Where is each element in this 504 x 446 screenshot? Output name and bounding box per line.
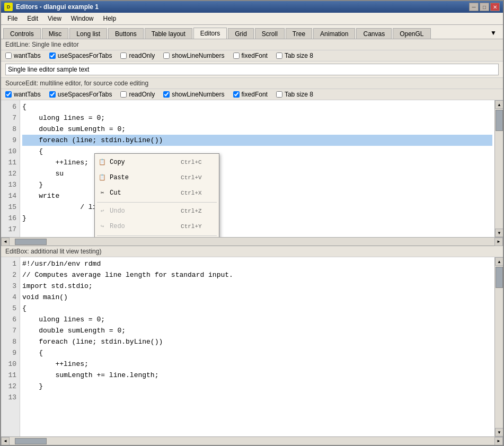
- checkbox-usespacesfortabs-editline-input[interactable]: [49, 53, 56, 59]
- single-line-editor-input[interactable]: [5, 64, 499, 75]
- bottom-hscroll-left[interactable]: ◄: [1, 437, 10, 445]
- line-num-6: 6: [4, 101, 16, 112]
- bottom-editor-vscrollbar[interactable]: ▲ ▼: [494, 257, 503, 436]
- top-hscroll-track[interactable]: [10, 238, 494, 246]
- bln-7: 7: [4, 325, 16, 336]
- menu-edit[interactable]: Edit: [23, 14, 42, 23]
- top-code-content[interactable]: { ulong lines = 0; double sumLength = 0;…: [20, 100, 494, 237]
- tab-misc[interactable]: Misc: [42, 28, 69, 39]
- ctx-redo[interactable]: ↪ Redo Ctrl+Y: [95, 219, 219, 234]
- bottom-hscroll-track[interactable]: [10, 438, 494, 445]
- tab-editors[interactable]: Editors: [193, 28, 227, 39]
- window-title: Editors - dlangui example 1: [16, 3, 99, 11]
- checkbox-wanttabs-source-input[interactable]: [5, 91, 12, 98]
- checkbox-wanttabs-editline-input[interactable]: [5, 53, 12, 59]
- bottom-vscroll-down[interactable]: ▼: [495, 428, 503, 436]
- top-hscroll-right[interactable]: ►: [494, 238, 503, 246]
- menu-window[interactable]: Window: [67, 14, 98, 23]
- ctx-undo[interactable]: ↩ Undo Ctrl+Z: [95, 204, 219, 219]
- line-num-7: 7: [4, 112, 16, 124]
- checkbox-readonly-editline[interactable]: readOnly: [120, 52, 155, 59]
- tab-buttons[interactable]: Buttons: [108, 28, 144, 39]
- bcode-8: double sumLength = 0;: [22, 325, 492, 336]
- tab-tree[interactable]: Tree: [286, 28, 312, 39]
- menu-bar: File Edit View Window Help: [1, 13, 503, 25]
- top-vscroll-up[interactable]: ▲: [495, 100, 503, 109]
- maximize-button[interactable]: □: [480, 3, 489, 11]
- checkbox-usespacesfortabs-source-input[interactable]: [49, 91, 56, 98]
- tab-tablelayout[interactable]: Table layout: [145, 28, 192, 39]
- ctx-undo-shortcut: Ctrl+Z: [181, 206, 202, 217]
- tab-animation[interactable]: Animation: [313, 28, 355, 39]
- paste-icon: 📋: [98, 174, 107, 182]
- checkbox-readonly-source-input[interactable]: [120, 91, 127, 98]
- bottom-vscroll-thumb[interactable]: [496, 267, 503, 288]
- checkbox-readonly-source[interactable]: readOnly: [120, 91, 155, 98]
- checkbox-fixedfont-editline-input[interactable]: [233, 53, 240, 59]
- menu-file[interactable]: File: [3, 14, 22, 23]
- checkbox-fixedfont-source-input[interactable]: [233, 91, 240, 98]
- bln-3: 3: [4, 281, 16, 292]
- checkbox-tabsize-editline-input[interactable]: [276, 53, 282, 59]
- tab-controls[interactable]: Controls: [3, 28, 41, 39]
- checkbox-wanttabs-source[interactable]: wantTabs: [5, 91, 41, 98]
- top-hscroll-left[interactable]: ◄: [1, 238, 10, 246]
- checkbox-readonly-editline-input[interactable]: [120, 53, 127, 59]
- ctx-redo-shortcut: Ctrl+Y: [181, 221, 202, 232]
- sourceedit-checkbox-row: wantTabs useSpacesForTabs readOnly showL…: [1, 89, 503, 100]
- tab-canvas[interactable]: Canvas: [356, 28, 392, 39]
- line-num-9: 9: [4, 135, 16, 146]
- ctx-paste[interactable]: 📋 Paste Ctrl+V: [95, 170, 219, 186]
- bottom-vscroll-track[interactable]: [495, 266, 503, 428]
- code-line-9: foreach (line; stdin.byLine()): [22, 135, 492, 146]
- checkbox-tabsize-editline[interactable]: Tab size 8: [276, 52, 313, 59]
- checkbox-wanttabs-editline[interactable]: wantTabs: [5, 52, 41, 59]
- checkbox-showlinenumbers-editline[interactable]: showLineNumbers: [163, 52, 224, 59]
- ctx-cut[interactable]: ✂ Cut Ctrl+X: [95, 186, 219, 201]
- bottom-code-content[interactable]: #!/usr/bin/env rdmd // Computes average …: [20, 257, 494, 436]
- top-vscroll-down[interactable]: ▼: [495, 229, 503, 237]
- checkbox-fixedfont-editline[interactable]: fixedFont: [233, 52, 268, 59]
- editline-checkbox-row: wantTabs useSpacesForTabs readOnly showL…: [1, 50, 503, 62]
- bottom-editor-hscrollbar[interactable]: ◄ ►: [1, 436, 503, 445]
- code-line-16: }: [22, 213, 492, 224]
- checkbox-fixedfont-source[interactable]: fixedFont: [233, 91, 268, 98]
- line-num-11: 11: [4, 157, 16, 168]
- bcode-1: #!/usr/bin/env rdmd: [22, 258, 492, 269]
- bln-12: 12: [4, 381, 16, 392]
- bcode-10: {: [22, 347, 492, 358]
- bottom-hscroll-thumb[interactable]: [15, 438, 47, 444]
- checkbox-usespacesfortabs-editline[interactable]: useSpacesForTabs: [49, 52, 112, 59]
- editbox-section-header: EditBox: additional lit view testing): [1, 246, 503, 257]
- checkbox-usespacesfortabs-source[interactable]: useSpacesForTabs: [49, 91, 112, 98]
- top-hscroll-thumb[interactable]: [15, 239, 47, 245]
- title-bar-controls: ─ □ ✕: [469, 3, 500, 11]
- menu-view[interactable]: View: [43, 14, 66, 23]
- checkbox-showlinenumbers-source-label: showLineNumbers: [172, 91, 224, 98]
- tab-scroll[interactable]: Scroll: [255, 28, 285, 39]
- bln-6: 6: [4, 314, 16, 325]
- menu-help[interactable]: Help: [99, 14, 121, 23]
- checkbox-showlinenumbers-source[interactable]: showLineNumbers: [163, 91, 224, 98]
- checkbox-tabsize-source-input[interactable]: [276, 91, 282, 98]
- tab-grid[interactable]: Grid: [228, 28, 254, 39]
- app-icon: D: [4, 3, 13, 11]
- line-num-15: 15: [4, 202, 16, 213]
- tab-longlist[interactable]: Long list: [69, 28, 107, 39]
- ctx-copy[interactable]: 📋 Copy Ctrl+C: [95, 155, 219, 170]
- top-editor-hscrollbar[interactable]: ◄ ►: [1, 237, 503, 246]
- bottom-hscroll-right[interactable]: ►: [494, 437, 503, 445]
- checkbox-wanttabs-source-label: wantTabs: [14, 91, 41, 98]
- checkbox-showlinenumbers-source-input[interactable]: [163, 91, 170, 98]
- tab-opengl[interactable]: OpenGL: [393, 28, 430, 39]
- close-button[interactable]: ✕: [490, 3, 500, 11]
- top-editor-vscrollbar[interactable]: ▲ ▼: [494, 100, 503, 237]
- minimize-button[interactable]: ─: [469, 3, 479, 11]
- checkbox-showlinenumbers-editline-input[interactable]: [163, 53, 170, 59]
- bottom-vscroll-up[interactable]: ▲: [495, 257, 503, 266]
- top-vscroll-track[interactable]: [495, 109, 503, 229]
- checkbox-tabsize-source[interactable]: Tab size 8: [276, 91, 313, 98]
- top-vscroll-thumb[interactable]: [496, 110, 503, 131]
- checkbox-fixedfont-editline-label: fixedFont: [242, 52, 268, 59]
- tab-overflow-button[interactable]: ▼: [486, 28, 501, 38]
